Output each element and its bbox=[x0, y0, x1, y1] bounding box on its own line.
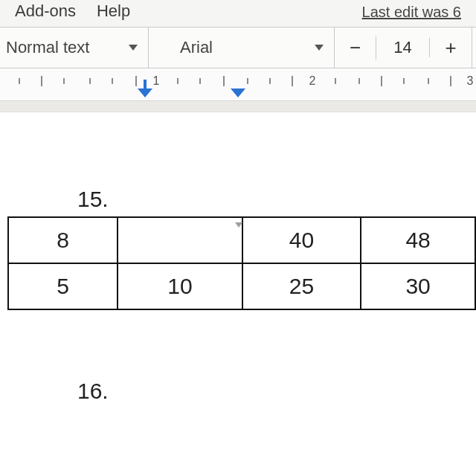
ruler-number: 1 bbox=[153, 74, 160, 88]
document-page[interactable]: 15. 8 40 48 5 10 25 30 16. bbox=[0, 112, 476, 476]
last-edit-link[interactable]: Last edit was 6 bbox=[362, 4, 461, 21]
data-table[interactable]: 8 40 48 5 10 25 30 bbox=[7, 216, 476, 310]
table-cell[interactable]: 40 bbox=[242, 217, 361, 263]
table-cell[interactable]: 8 bbox=[8, 217, 118, 263]
question-number-15: 15. bbox=[0, 187, 476, 212]
menu-bar: Add-ons Help Last edit was 6 bbox=[0, 0, 476, 21]
tab-stop-marker-icon[interactable] bbox=[231, 89, 245, 97]
menu-addons[interactable]: Add-ons bbox=[15, 1, 76, 21]
font-family-label: Arial bbox=[159, 38, 307, 57]
toolbar: Normal text Arial − 14 + bbox=[0, 27, 476, 68]
table-cell[interactable] bbox=[118, 217, 242, 263]
paragraph-style-label: Normal text bbox=[0, 38, 121, 57]
table-cell[interactable]: 48 bbox=[361, 217, 475, 263]
chevron-down-icon bbox=[129, 45, 138, 51]
table-cell[interactable]: 10 bbox=[118, 263, 242, 309]
chevron-down-icon bbox=[315, 45, 324, 51]
indent-marker-icon[interactable] bbox=[138, 89, 152, 97]
ruler-number: 3 bbox=[467, 74, 474, 88]
cell-dropdown-icon[interactable] bbox=[235, 222, 242, 228]
horizontal-ruler[interactable]: 1 2 3 bbox=[0, 68, 476, 101]
font-size-decrease-button[interactable]: − bbox=[335, 36, 376, 60]
font-size-value[interactable]: 14 bbox=[376, 38, 430, 57]
ruler-number: 2 bbox=[309, 74, 316, 88]
document-canvas: 15. 8 40 48 5 10 25 30 16. bbox=[0, 101, 476, 476]
menu-help[interactable]: Help bbox=[97, 1, 130, 21]
font-size-increase-button[interactable]: + bbox=[430, 36, 472, 60]
table-cell[interactable]: 5 bbox=[8, 263, 118, 309]
table-cell[interactable]: 30 bbox=[361, 263, 475, 309]
table-cell[interactable]: 25 bbox=[242, 263, 361, 309]
paragraph-style-dropdown[interactable]: Normal text bbox=[0, 28, 149, 68]
table-row: 5 10 25 30 bbox=[8, 263, 475, 309]
font-size-control: − 14 + bbox=[335, 28, 472, 68]
question-number-16: 16. bbox=[0, 379, 476, 404]
font-family-dropdown[interactable]: Arial bbox=[149, 28, 335, 68]
